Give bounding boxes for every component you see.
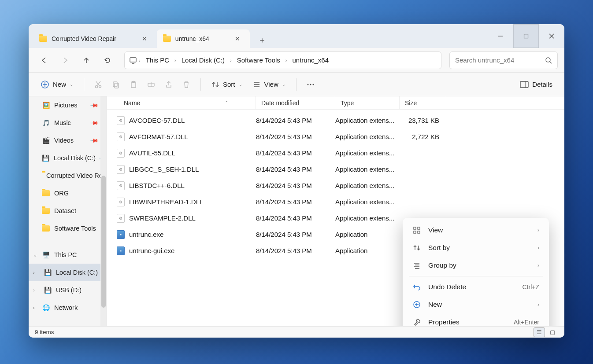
menu-sort-by[interactable]: Sort by› — [406, 239, 545, 257]
tab-title: Corrupted Video Repair — [52, 35, 116, 42]
status-bar: 9 items ☰ ▢ — [29, 326, 564, 338]
view-button[interactable]: View ⌄ — [248, 77, 291, 92]
column-date[interactable]: Date modified — [256, 96, 335, 109]
file-icon: ⚙ — [117, 214, 125, 223]
share-button[interactable] — [160, 76, 178, 93]
file-type: Application extens... — [335, 182, 400, 189]
content-area: 🖼️Pictures📌 🎵Music📌 🎬Videos📌 💾Local Disk… — [29, 96, 564, 326]
menu-group-by[interactable]: Group by› — [406, 257, 545, 274]
sidebar-item-folder[interactable]: Corrupted Video Repair — [29, 167, 107, 184]
menu-new[interactable]: New› — [406, 296, 545, 313]
rename-button[interactable] — [142, 76, 160, 93]
view-toggle: ☰ ▢ — [534, 327, 558, 337]
file-type: Application extens... — [335, 133, 400, 140]
file-icon: ▪ — [117, 246, 125, 255]
file-row[interactable]: ⚙AVFORMAT-57.DLL8/14/2024 5:43 PMApplica… — [107, 129, 564, 145]
address-bar[interactable]: › This PC › Local Disk (C:) › Software T… — [124, 51, 441, 69]
cut-button[interactable] — [89, 76, 107, 93]
search-icon — [545, 57, 552, 64]
column-type[interactable]: Type — [335, 96, 400, 109]
window-controls — [488, 24, 564, 48]
sidebar-item-folder[interactable]: Dataset — [29, 202, 107, 220]
paste-button[interactable] — [125, 76, 142, 93]
breadcrumb-item[interactable]: Software Tools — [233, 55, 284, 66]
chevron-right-icon: › — [537, 301, 539, 308]
refresh-button[interactable] — [99, 51, 116, 69]
chevron-right-icon[interactable]: › — [33, 270, 35, 275]
tab-untrunc[interactable]: untrunc_x64 ✕ — [157, 29, 250, 48]
file-name: LIBSTDC++-6.DLL — [129, 182, 185, 189]
sidebar-item-localdisk-c[interactable]: ›💾Local Disk (C:) — [29, 264, 107, 281]
search-input[interactable] — [455, 56, 545, 64]
scrollbar-thumb[interactable] — [101, 176, 106, 308]
menu-view[interactable]: View› — [406, 221, 545, 239]
file-row[interactable]: ⚙LIBWINPTHREAD-1.DLL8/14/2024 5:43 PMApp… — [107, 194, 564, 210]
svg-point-17 — [312, 84, 314, 85]
svg-rect-21 — [418, 227, 420, 229]
svg-rect-22 — [414, 231, 416, 233]
chevron-right-icon: › — [174, 58, 176, 63]
file-name: LIBGCC_S_SEH-1.DLL — [129, 165, 199, 173]
back-button[interactable] — [35, 51, 53, 69]
chevron-down-icon[interactable]: ⌄ — [33, 252, 37, 258]
tab-corrupted-video-repair[interactable]: Corrupted Video Repair ✕ — [33, 29, 157, 48]
command-bar: New ⌄ Sort ⌄ View ⌄ Details — [29, 73, 564, 96]
file-icon: ▪ — [117, 230, 125, 239]
details-view-button[interactable]: ☰ — [534, 327, 545, 337]
close-tab-icon[interactable]: ✕ — [231, 33, 244, 45]
file-icon: ⚙ — [117, 116, 125, 125]
svg-rect-18 — [520, 81, 528, 88]
up-button[interactable] — [78, 51, 95, 69]
maximize-button[interactable] — [513, 24, 539, 48]
file-row[interactable]: ⚙AVCODEC-57.DLL8/14/2024 5:43 PMApplicat… — [107, 112, 564, 129]
menu-properties[interactable]: PropertiesAlt+Enter — [406, 313, 545, 326]
file-row[interactable]: ⚙LIBSTDC++-6.DLL8/14/2024 5:43 PMApplica… — [107, 177, 564, 194]
file-type: Application extens... — [335, 214, 400, 222]
sidebar-item-usb[interactable]: ›💾USB (D:) — [29, 281, 107, 299]
file-list-pane[interactable]: Name⌃ Date modified Type Size ⚙AVCODEC-5… — [107, 96, 564, 326]
sidebar-item-folder[interactable]: ORG — [29, 184, 107, 202]
column-size[interactable]: Size — [400, 96, 446, 109]
sidebar-item-folder[interactable]: Software Tools — [29, 220, 107, 237]
copy-button[interactable] — [107, 76, 125, 93]
chevron-right-icon[interactable]: › — [33, 287, 35, 293]
sidebar-item-thispc[interactable]: ⌄🖥️This PC — [29, 246, 107, 264]
tab-title: untrunc_x64 — [175, 35, 209, 42]
close-button[interactable] — [539, 24, 564, 48]
file-row[interactable]: ⚙AVUTIL-55.DLL8/14/2024 5:43 PMApplicati… — [107, 145, 564, 161]
file-date: 8/14/2024 5:43 PM — [256, 214, 335, 222]
folder-icon — [163, 36, 171, 42]
new-tab-button[interactable]: ＋ — [254, 32, 270, 48]
file-icon: ⚙ — [117, 149, 125, 158]
sidebar-item-network[interactable]: ›🌐Network — [29, 299, 107, 316]
close-tab-icon[interactable]: ✕ — [138, 33, 151, 45]
navigation-pane[interactable]: 🖼️Pictures📌 🎵Music📌 🎬Videos📌 💾Local Disk… — [29, 96, 107, 326]
new-button[interactable]: New ⌄ — [35, 77, 78, 92]
separator — [296, 78, 296, 91]
svg-rect-23 — [418, 231, 420, 233]
forward-button[interactable] — [56, 51, 74, 69]
file-explorer-window: Corrupted Video Repair ✕ untrunc_x64 ✕ ＋… — [29, 24, 564, 338]
file-row[interactable]: ⚙LIBGCC_S_SEH-1.DLL8/14/2024 5:43 PMAppl… — [107, 161, 564, 177]
chevron-right-icon[interactable]: › — [33, 305, 35, 310]
item-count: 9 items — [35, 329, 54, 335]
column-name[interactable]: Name⌃ — [107, 96, 256, 109]
breadcrumb-item[interactable]: untrunc_x64 — [289, 55, 333, 66]
sidebar-item-localdisk[interactable]: 💾Local Disk (C:)📌 — [29, 149, 107, 167]
icons-view-button[interactable]: ▢ — [547, 327, 558, 337]
shortcut-label: Ctrl+Z — [523, 283, 540, 290]
scrollbar[interactable] — [100, 96, 107, 326]
minimize-button[interactable] — [488, 24, 513, 48]
more-button[interactable] — [302, 76, 319, 93]
menu-undo-delete[interactable]: Undo DeleteCtrl+Z — [406, 278, 545, 296]
delete-button[interactable] — [178, 76, 195, 93]
breadcrumb-item[interactable]: This PC — [142, 55, 173, 66]
shortcut-label: Alt+Enter — [514, 319, 539, 326]
details-button[interactable]: Details — [515, 77, 558, 92]
sidebar-item-music[interactable]: 🎵Music📌 — [29, 114, 107, 132]
sidebar-item-pictures[interactable]: 🖼️Pictures📌 — [29, 96, 107, 114]
sort-button[interactable]: Sort ⌄ — [206, 77, 248, 92]
sidebar-item-videos[interactable]: 🎬Videos📌 — [29, 132, 107, 149]
search-box[interactable] — [449, 51, 558, 69]
breadcrumb-item[interactable]: Local Disk (C:) — [178, 55, 228, 66]
